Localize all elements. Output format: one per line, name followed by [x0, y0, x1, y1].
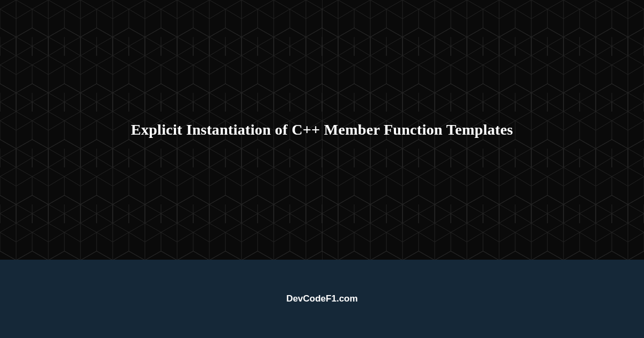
- title-section: Explicit Instantiation of C++ Member Fun…: [0, 0, 644, 260]
- site-name: DevCodeF1.com: [286, 293, 357, 304]
- article-title: Explicit Instantiation of C++ Member Fun…: [109, 121, 535, 138]
- footer-section: DevCodeF1.com: [0, 260, 644, 338]
- banner-container: Explicit Instantiation of C++ Member Fun…: [0, 0, 644, 338]
